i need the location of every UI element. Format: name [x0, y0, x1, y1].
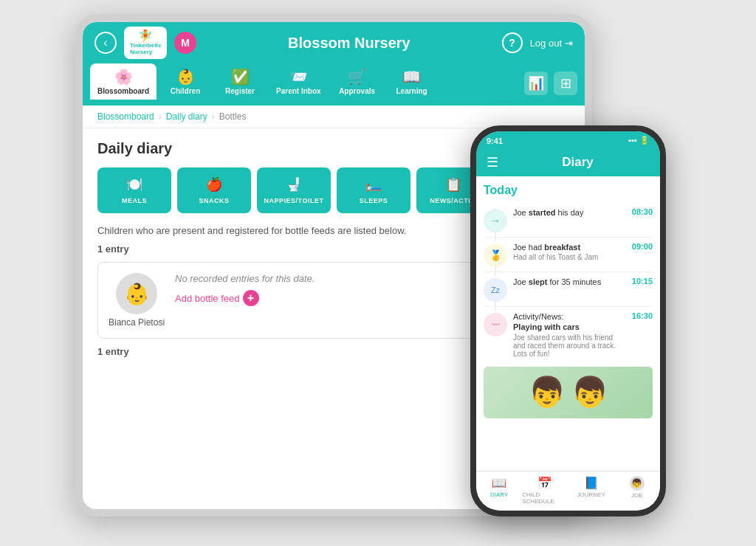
approvals-icon: 🛒	[348, 68, 366, 86]
entry-time-breakfast: 09:00	[632, 242, 653, 251]
cat-nappies[interactable]: 🚽 NAPPIES/TOILET	[257, 167, 331, 213]
diary-entries: → Joe started his day 08:30 🥇 Joe had br…	[484, 203, 653, 471]
nav-item-children[interactable]: 👶 Children	[159, 63, 211, 100]
cat-meals[interactable]: 🍽️ MEALS	[97, 167, 171, 213]
nav-item-parent-inbox[interactable]: 📨 Parent Inbox	[269, 63, 329, 100]
entry-text-started: Joe started his day	[513, 207, 626, 218]
child-name: Bianca Pietosi	[109, 317, 165, 328]
cat-sleeps[interactable]: 🛏️ SLEEPS	[337, 167, 410, 213]
grid-icon[interactable]: ⊞	[554, 72, 577, 95]
learning-icon: 📖	[402, 68, 421, 86]
phone-nav-diary[interactable]: 📖 DIARY	[476, 476, 522, 505]
phone-nav-child-schedule[interactable]: 📅 CHILD SCHEDULE	[522, 476, 568, 505]
nav-item-learning[interactable]: 📖 Learning	[386, 63, 438, 100]
phone-header: ☰ Diary	[476, 148, 660, 176]
meals-icon: 🍽️	[126, 176, 143, 193]
logout-icon: ⇥	[565, 38, 573, 49]
chart-icon[interactable]: 📊	[524, 72, 548, 95]
activity-dot: 〰	[484, 313, 507, 336]
entry-body-started: Joe started his day	[513, 207, 626, 218]
diary-entry-breakfast: 🥇 Joe had breakfast Had all of his Toast…	[484, 238, 653, 272]
entry-text-activity: Activity/News:Playing with cars	[513, 311, 626, 333]
sleeps-icon: 🛏️	[365, 176, 382, 193]
user-avatar: M	[174, 32, 196, 54]
entry-time-started: 08:30	[632, 207, 653, 216]
logout-button[interactable]: Log out ⇥	[530, 38, 573, 49]
status-time: 9:41	[487, 136, 503, 145]
sleep-dot: Zz	[484, 278, 507, 302]
nappies-icon: 🚽	[286, 176, 303, 193]
nav-item-register[interactable]: ✅ Register	[214, 63, 266, 100]
today-label: Today	[484, 184, 653, 197]
blossomboard-icon: 🌸	[114, 68, 133, 86]
entry-body-activity: Activity/News:Playing with cars Joe shar…	[513, 311, 626, 358]
logo-icon: 🧚	[138, 30, 153, 43]
journey-nav-icon: 📘	[584, 476, 599, 490]
logo: 🧚 TinkerbellsNursery	[124, 27, 167, 58]
entry-text-sleep: Joe slept for 35 minutes	[513, 277, 626, 287]
diary-entry-activity: 〰 Activity/News:Playing with cars Joe sh…	[484, 307, 653, 362]
help-button[interactable]: ?	[502, 32, 523, 53]
snacks-icon: 🍎	[206, 176, 223, 193]
back-button[interactable]: ‹	[94, 32, 117, 54]
entry-body-breakfast: Joe had breakfast Had all of his Toast &…	[513, 242, 626, 261]
hamburger-icon[interactable]: ☰	[487, 154, 498, 170]
breadcrumb-current: Bottles	[219, 111, 247, 122]
tablet-header: ‹ 🧚 TinkerbellsNursery M Blossom Nursery…	[83, 22, 585, 63]
entry-text-breakfast: Joe had breakfast	[513, 242, 626, 252]
entry-sub-breakfast: Had all of his Toast & Jam	[513, 253, 626, 261]
diary-nav-icon: 📖	[492, 476, 506, 490]
nav-item-blossomboard[interactable]: 🌸 Blossomboard	[90, 63, 157, 100]
child-avatar: 👶	[116, 273, 157, 314]
inbox-icon: 📨	[289, 68, 308, 86]
children-icon: 👶	[176, 68, 195, 86]
plus-icon: +	[243, 290, 259, 306]
diary-entry-sleep: Zz Joe slept for 35 minutes 10:15	[484, 272, 653, 307]
news-icon: 📋	[445, 176, 462, 193]
header-title: Blossom Nursery	[204, 35, 495, 52]
logo-text: TinkerbellsNursery	[130, 43, 161, 56]
entry-time-sleep: 10:15	[632, 277, 653, 286]
main-nav: 🌸 Blossomboard 👶 Children ✅ Register 📨 P…	[83, 63, 585, 106]
nav-item-approvals[interactable]: 🛒 Approvals	[331, 63, 383, 100]
joe-avatar: 👦	[630, 476, 645, 491]
phone-bottom-nav: 📖 DIARY 📅 CHILD SCHEDULE 📘 JOURNEY 👦 JOE	[476, 471, 660, 511]
status-signal: ▪▪▪ 🔋	[628, 136, 650, 145]
cat-snacks[interactable]: 🍎 SNACKS	[177, 167, 251, 213]
breakfast-dot: 🥇	[484, 243, 507, 267]
activity-photo: 👦 👦	[484, 367, 653, 418]
phone-status-bar: 9:41 ▪▪▪ 🔋	[476, 131, 660, 148]
phone-nav-joe[interactable]: 👦 JOE	[614, 476, 660, 505]
schedule-nav-icon: 📅	[537, 476, 552, 490]
breadcrumb-blossomboard[interactable]: Blossomboard	[97, 111, 154, 122]
entry-sub-activity: Joe shared cars with his friend and race…	[513, 334, 626, 358]
breadcrumb-daily-diary[interactable]: Daily diary	[166, 111, 207, 122]
phone-content: Today → Joe started his day 08:30 🥇	[476, 176, 660, 471]
entry-time-activity: 16:30	[632, 311, 653, 320]
register-icon: ✅	[231, 68, 250, 86]
phone-nav-journey[interactable]: 📘 JOURNEY	[568, 476, 614, 505]
entry-body-sleep: Joe slept for 35 minutes	[513, 277, 626, 287]
diary-entry-started: → Joe started his day 08:30	[484, 203, 653, 238]
phone: 9:41 ▪▪▪ 🔋 ☰ Diary Today → Joe started h…	[470, 125, 666, 516]
started-dot: →	[484, 209, 507, 232]
phone-title: Diary	[506, 155, 650, 170]
